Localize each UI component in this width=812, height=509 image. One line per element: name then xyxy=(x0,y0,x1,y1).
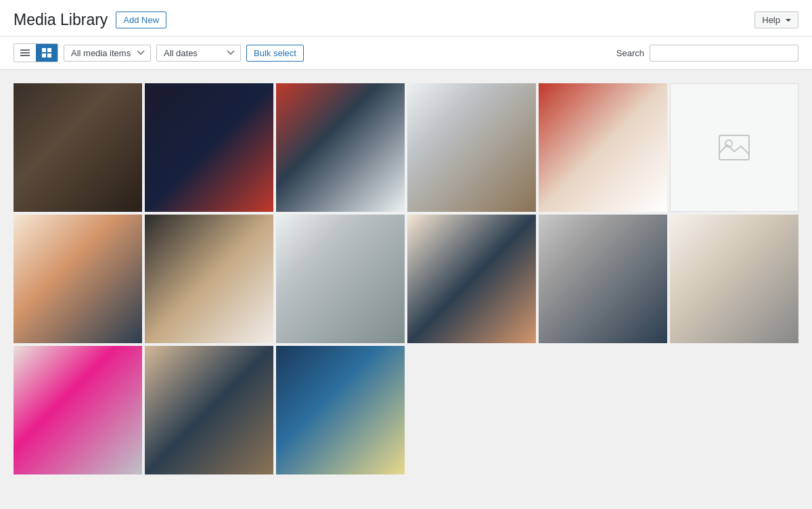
media-thumbnail xyxy=(407,215,536,343)
media-thumbnail xyxy=(276,83,405,212)
help-label: Help xyxy=(762,15,780,25)
chevron-down-icon xyxy=(786,19,791,22)
view-toggle xyxy=(14,43,58,62)
media-item[interactable] xyxy=(145,215,273,343)
media-grid xyxy=(14,83,798,474)
media-thumbnail xyxy=(14,215,142,343)
image-placeholder-icon xyxy=(714,127,754,168)
svg-rect-0 xyxy=(20,49,30,51)
page-title: Media Library xyxy=(14,11,108,29)
filter-date-select[interactable]: All dates January 2024 February 2024 Mar… xyxy=(156,45,241,62)
media-item[interactable] xyxy=(145,83,273,212)
media-thumbnail xyxy=(14,346,142,474)
media-item[interactable] xyxy=(14,83,142,212)
media-thumbnail xyxy=(145,215,273,343)
media-item[interactable] xyxy=(276,215,405,343)
page-header: Media Library Add New Help xyxy=(0,0,812,37)
list-view-button[interactable] xyxy=(14,44,36,62)
toolbar: All media items Images Audio Video Docum… xyxy=(0,37,812,70)
svg-rect-1 xyxy=(20,52,30,53)
media-item[interactable] xyxy=(14,215,142,343)
grid-view-button[interactable] xyxy=(36,44,58,62)
media-item[interactable] xyxy=(276,346,405,474)
search-label: Search xyxy=(616,48,644,58)
svg-rect-2 xyxy=(20,55,30,56)
content-area xyxy=(0,70,812,488)
media-thumbnail xyxy=(407,83,536,212)
media-thumbnail xyxy=(539,215,667,343)
help-button[interactable]: Help xyxy=(754,12,798,28)
media-thumbnail xyxy=(145,346,273,474)
media-item[interactable] xyxy=(14,346,142,474)
list-view-icon xyxy=(20,47,30,58)
svg-rect-5 xyxy=(42,53,46,58)
media-item[interactable] xyxy=(539,215,667,343)
svg-rect-3 xyxy=(42,48,46,52)
grid-view-icon xyxy=(41,47,52,58)
media-item[interactable] xyxy=(276,83,405,212)
media-thumbnail xyxy=(14,83,142,212)
media-thumbnail xyxy=(670,215,798,343)
media-item[interactable] xyxy=(407,83,536,212)
filter-media-select[interactable]: All media items Images Audio Video Docum… xyxy=(64,45,151,62)
media-item[interactable] xyxy=(145,346,273,474)
add-new-button[interactable]: Add New xyxy=(116,12,166,28)
search-input[interactable] xyxy=(650,45,798,62)
media-item[interactable] xyxy=(670,215,798,343)
media-item[interactable] xyxy=(539,83,667,212)
media-item[interactable] xyxy=(407,215,536,343)
svg-rect-6 xyxy=(47,53,51,58)
media-thumbnail xyxy=(276,346,405,474)
bulk-select-button[interactable]: Bulk select xyxy=(246,45,304,62)
media-placeholder xyxy=(670,83,798,212)
media-thumbnail xyxy=(145,83,273,212)
media-thumbnail xyxy=(539,83,667,212)
svg-rect-4 xyxy=(47,48,51,52)
media-thumbnail xyxy=(276,215,405,343)
page-wrapper: Media Library Add New Help xyxy=(0,0,812,488)
media-item[interactable] xyxy=(670,83,798,212)
